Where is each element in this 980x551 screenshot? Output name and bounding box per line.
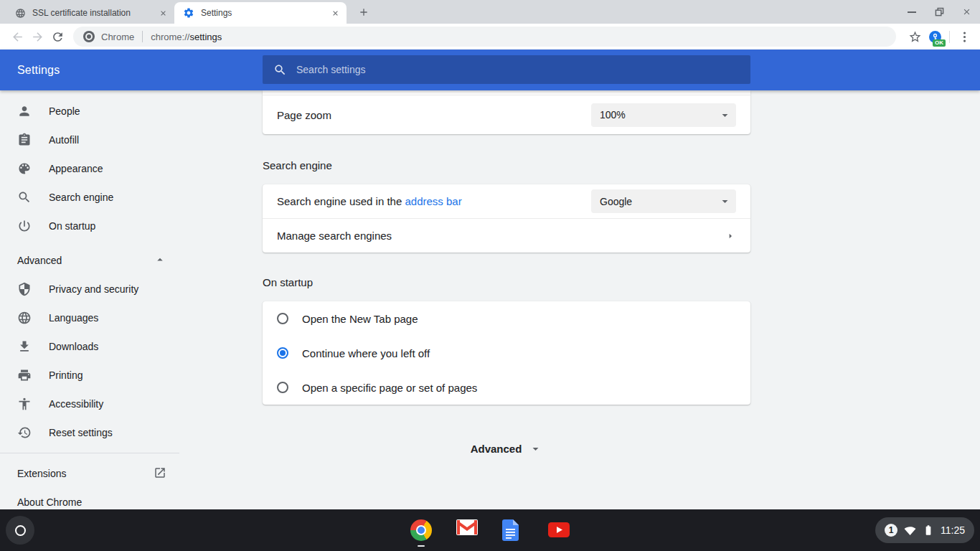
launcher-circle-icon [15,525,26,536]
gmail-app-button[interactable] [456,519,478,541]
sidebar-item-printing[interactable]: Printing [0,361,179,390]
startup-option-label: Open a specific page or set of pages [302,382,477,394]
launcher-button[interactable] [6,516,34,545]
restore-button[interactable] [934,7,944,17]
settings-sidebar: People Autofill Appearance Search engine… [0,90,179,509]
default-search-engine-row: Search engine used in the address bar Go… [263,184,750,218]
startup-option-specific-pages[interactable]: Open a specific page or set of pages [263,370,750,405]
tab-settings[interactable]: Settings [174,2,347,24]
origin-divider [142,31,143,42]
manage-search-engines-row[interactable]: Manage search engines [263,219,750,253]
extension-button[interactable]: OK [925,27,945,47]
sidebar-item-about-chrome[interactable]: About Chrome [0,488,179,509]
autofill-icon [17,133,32,147]
page-zoom-dropdown[interactable]: 100% [591,103,736,127]
sidebar-label: Autofill [49,134,79,146]
card-top-sliver [263,90,750,95]
sidebar-item-extensions[interactable]: Extensions [0,459,179,488]
window-controls [907,0,971,24]
sidebar-item-appearance[interactable]: Appearance [0,154,179,183]
download-icon [17,339,32,354]
tab-close-icon[interactable] [329,7,341,19]
search-engine-dropdown[interactable]: Google [591,189,736,213]
sidebar-item-privacy-security[interactable]: Privacy and security [0,275,179,303]
chevron-down-icon [718,108,732,122]
search-engine-value: Google [600,196,632,207]
url-text: chrome://settings [151,32,222,42]
settings-header: Settings [0,50,980,90]
forward-button[interactable] [27,27,47,47]
docs-app-button[interactable] [502,519,524,541]
screen: SSL certificate installation Settings [0,0,980,551]
settings-main: Page zoom 100% Search engine Search engi… [263,90,750,456]
page-title: Settings [17,64,60,77]
sidebar-label: Privacy and security [49,283,138,295]
startup-option-label: Open the New Tab page [302,313,418,325]
toolbar-divider [949,31,950,43]
settings-gear-favicon-icon [183,7,194,19]
sidebar-label: Languages [49,312,98,324]
sidebar-label: Extensions [17,468,66,479]
on-startup-card: Open the New Tab page Continue where you… [263,301,750,405]
minimize-button[interactable] [907,7,917,17]
sidebar-item-people[interactable]: People [0,97,179,126]
sidebar-item-reset-settings[interactable]: Reset settings [0,418,179,447]
open-in-new-icon [154,466,166,481]
sidebar-label: Reset settings [49,427,113,438]
sidebar-label: Advanced [17,255,62,266]
tab-ssl-certificate[interactable]: SSL certificate installation [6,2,174,24]
shelf-apps [410,509,570,551]
omnibox[interactable]: Chrome chrome://settings [73,27,896,47]
sidebar-label: On startup [49,220,95,232]
page-zoom-value: 100% [600,109,626,121]
palette-icon [17,161,32,176]
docs-icon [502,519,519,541]
chevron-down-icon [718,194,732,208]
startup-option-new-tab[interactable]: Open the New Tab page [263,301,750,336]
sidebar-item-languages[interactable]: Languages [0,303,179,332]
notification-count-badge: 1 [885,524,897,537]
radio-button[interactable] [277,382,288,393]
active-app-indicator [418,545,425,547]
sidebar-item-downloads[interactable]: Downloads [0,332,179,361]
extension-ok-badge: OK [933,39,946,47]
system-tray[interactable]: 1 11:25 [875,517,974,543]
sidebar-item-accessibility[interactable]: Accessibility [0,390,179,418]
search-icon [17,190,32,204]
power-icon [17,219,32,233]
sidebar-item-on-startup[interactable]: On startup [0,212,179,240]
sidebar-divider [0,453,179,453]
chevron-down-icon [529,442,542,456]
startup-option-continue[interactable]: Continue where you left off [263,336,750,370]
sidebar-advanced-toggle[interactable]: Advanced [0,246,179,275]
search-engine-heading: Search engine [263,160,750,171]
sidebar-item-search-engine[interactable]: Search engine [0,183,179,212]
reload-button[interactable] [47,27,67,47]
chrome-app-button[interactable] [410,519,432,541]
youtube-app-button[interactable] [548,519,570,541]
globe-favicon-icon [14,7,26,19]
radio-button[interactable] [277,347,288,359]
manage-search-engines-label: Manage search engines [277,230,392,242]
close-window-button[interactable] [961,7,971,17]
bookmark-star-button[interactable] [905,27,925,47]
sidebar-label: Accessibility [49,398,103,410]
address-bar-link[interactable]: address bar [405,195,461,207]
advanced-expand-button[interactable]: Advanced [263,442,750,456]
gmail-icon [456,519,478,535]
settings-search-box[interactable] [263,55,750,84]
tab-title: Settings [201,8,325,18]
sidebar-item-autofill[interactable]: Autofill [0,126,179,154]
settings-search-input[interactable] [296,64,698,75]
search-engine-card: Search engine used in the address bar Go… [263,184,750,253]
tab-strip: SSL certificate installation Settings [0,0,980,24]
youtube-icon [548,522,570,537]
sidebar-label: Search engine [49,192,113,203]
radio-button[interactable] [277,313,288,324]
new-tab-button[interactable] [354,2,374,22]
tab-close-icon[interactable] [157,7,169,19]
menu-kebab-button[interactable] [954,27,974,47]
back-button[interactable] [7,27,27,47]
accessibility-icon [17,397,32,411]
appearance-card: Page zoom 100% [263,90,750,134]
